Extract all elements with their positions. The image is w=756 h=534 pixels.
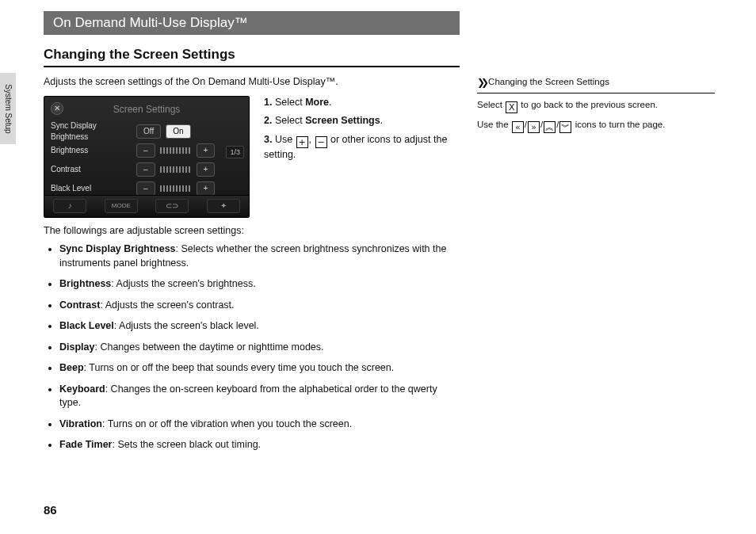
figure-ticks bbox=[160, 147, 192, 154]
figure-close-icon: ✕ bbox=[51, 102, 63, 115]
step-number: 2. bbox=[264, 115, 275, 126]
page-right-icon: » bbox=[528, 121, 540, 133]
figure-label: Brightness bbox=[51, 145, 132, 156]
skip-icon: ❯❯ bbox=[477, 75, 485, 90]
setting-name: Fade Timer bbox=[59, 439, 112, 450]
setting-desc: : Sets the screen black out timing. bbox=[112, 439, 261, 450]
margin-text: Select bbox=[477, 100, 505, 109]
chapter-header-text: On Demand Multi-Use Display™ bbox=[53, 15, 248, 31]
setting-desc: : Adjusts the screen's brightness. bbox=[111, 278, 255, 289]
figure-row-sync: Sync Display Brightness Off On bbox=[51, 124, 242, 139]
step-number: 3. bbox=[264, 134, 275, 145]
section-title: Changing the Screen Settings bbox=[44, 47, 460, 67]
margin-line-2: Use the «/»/︽/︾ icons to turn the page. bbox=[477, 118, 715, 133]
margin-notes: ❯❯ Changing the Screen Settings Select X… bbox=[477, 75, 715, 138]
sep: / bbox=[525, 120, 527, 129]
figure-sync-off: Off bbox=[136, 124, 161, 139]
list-item: Contrast: Adjusts the screen's contrast. bbox=[59, 299, 460, 313]
followings-text: The followings are adjustable screen set… bbox=[44, 224, 460, 238]
screen-settings-figure: ✕ Screen Settings Sync Display Brightnes… bbox=[44, 96, 250, 218]
page-number: 86 bbox=[44, 503, 57, 517]
margin-line-1: Select X to go back to the previous scre… bbox=[477, 98, 715, 113]
list-item: Keyboard: Changes the on-screen keyboard… bbox=[59, 383, 460, 410]
intro-text: Adjusts the screen settings of the On De… bbox=[44, 75, 460, 90]
figure-title: Screen Settings bbox=[51, 103, 242, 116]
figure-label: Black Level bbox=[51, 183, 132, 194]
minus-icon: − bbox=[315, 136, 327, 148]
figure-row-brightness: Brightness – + bbox=[51, 143, 242, 158]
figure-minus: – bbox=[136, 143, 155, 158]
step-text: Use bbox=[275, 134, 296, 145]
side-tab: System Setup bbox=[0, 73, 16, 144]
setting-name: Contrast bbox=[59, 299, 100, 311]
side-tab-label: System Setup bbox=[4, 84, 13, 133]
steps-list: 1. Select More. 2. Select Screen Setting… bbox=[264, 96, 460, 218]
page-up-icon: ︽ bbox=[544, 121, 556, 133]
figure-label: Sync Display Brightness bbox=[51, 120, 132, 143]
figure-plus: + bbox=[197, 162, 216, 177]
margin-text: icons to turn the page. bbox=[572, 120, 665, 129]
main-column: Adjusts the screen settings of the On De… bbox=[44, 75, 460, 460]
list-item: Vibration: Turns on or off the vibration… bbox=[59, 418, 460, 432]
setting-desc: : Changes between the daytime or nightti… bbox=[94, 341, 323, 353]
figure-plus: + bbox=[197, 143, 216, 158]
figure-row-contrast: Contrast – + bbox=[51, 162, 242, 177]
setting-desc: : Changes the on-screen keyboard from th… bbox=[59, 383, 437, 409]
close-icon: X bbox=[506, 101, 517, 113]
setting-desc: : Turns on or off the beep that sounds e… bbox=[84, 362, 395, 373]
sep: / bbox=[556, 120, 559, 129]
margin-text: Use the bbox=[477, 120, 511, 129]
step-3: 3. Use +, − or other icons to adjust the… bbox=[264, 133, 460, 162]
list-item: Beep: Turns on or off the beep that soun… bbox=[59, 361, 460, 376]
setting-desc: : Adjusts the screen's contrast. bbox=[100, 299, 234, 311]
chapter-header: On Demand Multi-Use Display™ bbox=[44, 11, 460, 35]
step-2: 2. Select Screen Settings. bbox=[264, 114, 460, 128]
step-1: 1. Select More. bbox=[264, 96, 460, 110]
figure-sync-on: On bbox=[166, 124, 190, 139]
list-item: Sync Display Brightness: Selects whether… bbox=[59, 242, 460, 270]
figure-pager: 1/3 bbox=[226, 146, 244, 159]
figure-ticks bbox=[160, 166, 192, 173]
setting-name: Keyboard bbox=[59, 383, 105, 395]
step-number: 1. bbox=[264, 97, 275, 108]
figure-footer-mode: MODE bbox=[105, 199, 138, 213]
step-text: Select bbox=[275, 115, 305, 126]
setting-name: Vibration bbox=[59, 418, 102, 429]
setting-name: Brightness bbox=[59, 278, 111, 289]
list-item: Fade Timer: Sets the screen black out ti… bbox=[59, 438, 460, 452]
setting-desc: : Adjusts the screen's black level. bbox=[114, 320, 259, 331]
step-text: , bbox=[309, 134, 315, 145]
setting-name: Beep bbox=[59, 362, 84, 373]
margin-text: to go back to the previous screen. bbox=[518, 100, 658, 109]
step-keyword: More bbox=[305, 97, 329, 108]
step-keyword: Screen Settings bbox=[305, 115, 380, 126]
figure-footer-icon: ⊂⊃ bbox=[155, 199, 189, 213]
margin-heading: ❯❯ Changing the Screen Settings bbox=[477, 75, 715, 93]
step-text: Select bbox=[275, 97, 305, 108]
setting-name: Black Level bbox=[59, 320, 114, 331]
step-text: . bbox=[380, 115, 383, 126]
figure-ticks bbox=[160, 185, 192, 192]
setting-name: Sync Display Brightness bbox=[59, 243, 176, 254]
step-text: . bbox=[329, 97, 331, 108]
setting-desc: : Turns on or off the vibration when you… bbox=[102, 418, 352, 429]
list-item: Brightness: Adjusts the screen's brightn… bbox=[59, 277, 460, 292]
page-down-icon: ︾ bbox=[559, 121, 571, 133]
page-left-icon: « bbox=[512, 121, 524, 133]
margin-heading-text: Changing the Screen Settings bbox=[488, 75, 609, 90]
figure-minus: – bbox=[136, 162, 155, 177]
figure-label: Contrast bbox=[51, 164, 132, 175]
list-item: Display: Changes between the daytime or … bbox=[59, 341, 460, 355]
figure-footer-icon: ✦ bbox=[207, 199, 240, 213]
settings-list: Sync Display Brightness: Selects whether… bbox=[44, 242, 460, 452]
figure-footer-icon: ♪ bbox=[53, 199, 86, 213]
setting-name: Display bbox=[59, 341, 94, 353]
figure-bottom-bar: ♪ MODE ⊂⊃ ✦ bbox=[44, 195, 249, 217]
list-item: Black Level: Adjusts the screen's black … bbox=[59, 319, 460, 334]
plus-icon: + bbox=[296, 136, 308, 148]
sep: / bbox=[540, 120, 543, 129]
